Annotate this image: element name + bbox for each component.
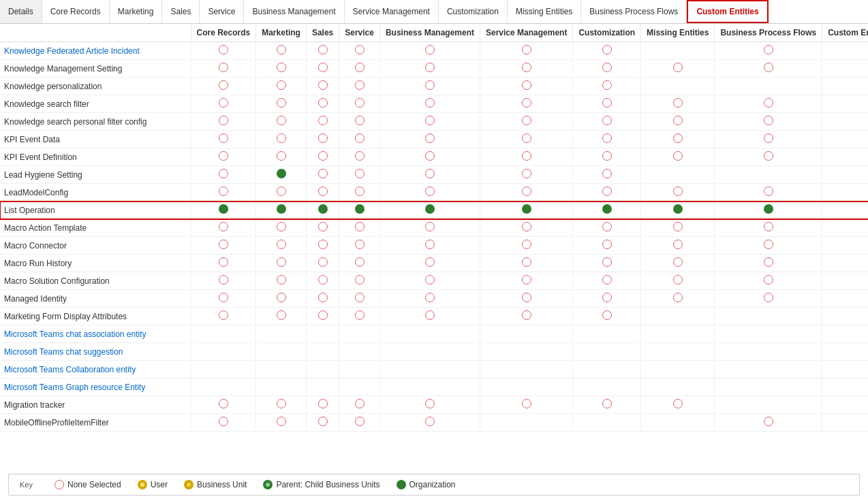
- table-row[interactable]: MobileOfflineProfileItemFilter: [0, 414, 868, 432]
- cell-7-4: [379, 166, 480, 184]
- cell-16-7: [641, 325, 715, 343]
- cell-14-2: [306, 290, 339, 308]
- tab-sales[interactable]: Sales: [162, 0, 200, 23]
- cell-8-1: [256, 184, 307, 201]
- cell-6-5: [480, 148, 573, 166]
- cell-6-0: [191, 148, 256, 166]
- table-row[interactable]: Knowledge Management Setting: [0, 60, 868, 78]
- cell-13-6: [573, 272, 641, 290]
- cell-11-0: [191, 237, 256, 255]
- table-row[interactable]: Managed Identity: [0, 290, 868, 308]
- cell-15-6: [573, 308, 641, 325]
- cell-10-7: [641, 219, 715, 237]
- cell-3-0: [191, 95, 256, 113]
- cell-17-0: [191, 343, 256, 361]
- cell-12-3: [339, 255, 380, 272]
- cell-16-8: [715, 325, 822, 343]
- cell-10-4: [379, 219, 480, 237]
- table-row[interactable]: Knowledge search personal filter config: [0, 113, 868, 131]
- cell-4-2: [306, 113, 339, 131]
- cell-7-2: [306, 166, 339, 184]
- table-row[interactable]: Macro Solution Configuration: [0, 272, 868, 290]
- cell-8-6: [573, 184, 641, 201]
- table-row[interactable]: Knowledge personalization: [0, 78, 868, 95]
- cell-4-4: [379, 113, 480, 131]
- cell-1-8: [715, 60, 822, 78]
- cell-17-3: [339, 343, 380, 361]
- table-row[interactable]: Microsoft Teams Collaboration entity: [0, 361, 868, 378]
- tab-custom-entities[interactable]: Custom Entities: [687, 0, 768, 23]
- cell-5-8: [715, 131, 822, 148]
- row-name: LeadModelConfig: [0, 184, 191, 201]
- cell-1-2: [306, 60, 339, 78]
- cell-18-6: [573, 361, 641, 378]
- key-label-user: User: [151, 480, 168, 489]
- cell-3-8: [715, 95, 822, 113]
- cell-0-8: [715, 42, 822, 60]
- table-row[interactable]: Microsoft Teams Graph resource Entity: [0, 378, 868, 396]
- cell-13-3: [339, 272, 380, 290]
- cell-5-7: [641, 131, 715, 148]
- table-row[interactable]: Macro Connector: [0, 237, 868, 255]
- cell-14-8: [715, 290, 822, 308]
- tab-customization[interactable]: Customization: [439, 0, 508, 23]
- tab-business-process-flows[interactable]: Business Process Flows: [581, 0, 687, 23]
- table-row[interactable]: KPI Event Data: [0, 131, 868, 148]
- table-row[interactable]: Macro Action Template: [0, 219, 868, 237]
- cell-11-5: [480, 237, 573, 255]
- cell-18-3: [339, 361, 380, 378]
- key-section: Key None SelectedUserBusiness UnitParent…: [8, 474, 860, 496]
- cell-2-8: [715, 78, 822, 95]
- cell-0-5: [480, 42, 573, 60]
- cell-20-1: [256, 396, 307, 414]
- cell-15-8: [715, 308, 822, 325]
- table-row[interactable]: Migration tracker: [0, 396, 868, 414]
- tab-core-records[interactable]: Core Records: [42, 0, 110, 23]
- table-wrapper[interactable]: Core RecordsMarketingSalesServiceBusines…: [0, 24, 868, 468]
- row-name: Knowledge personalization: [0, 78, 191, 95]
- cell-12-2: [306, 255, 339, 272]
- cell-6-7: [641, 148, 715, 166]
- cell-5-5: [480, 131, 573, 148]
- table-row[interactable]: Knowledge Federated Article Incident: [0, 42, 868, 60]
- cell-0-2: [306, 42, 339, 60]
- cell-19-3: [339, 378, 380, 396]
- cell-11-8: [715, 237, 822, 255]
- cell-5-6: [573, 131, 641, 148]
- cell-6-4: [379, 148, 480, 166]
- table-row[interactable]: Microsoft Teams chat association entity: [0, 325, 868, 343]
- cell-2-0: [191, 78, 256, 95]
- tab-business-management[interactable]: Business Management: [244, 0, 344, 23]
- tab-missing-entities[interactable]: Missing Entities: [508, 0, 581, 23]
- cell-1-0: [191, 60, 256, 78]
- cell-16-4: [379, 325, 480, 343]
- table-row[interactable]: LeadModelConfig: [0, 184, 868, 201]
- cell-12-1: [256, 255, 307, 272]
- cell-5-2: [306, 131, 339, 148]
- cell-18-0: [191, 361, 256, 378]
- cell-4-7: [641, 113, 715, 131]
- tab-service-management[interactable]: Service Management: [345, 0, 439, 23]
- tab-service[interactable]: Service: [200, 0, 244, 23]
- table-row[interactable]: List Operation: [0, 201, 868, 219]
- row-name: KPI Event Definition: [0, 148, 191, 166]
- table-row[interactable]: Lead Hygiene Setting: [0, 166, 868, 184]
- cell-7-6: [573, 166, 641, 184]
- cell-14-6: [573, 290, 641, 308]
- cell-13-8: [715, 272, 822, 290]
- cell-7-8: [715, 166, 822, 184]
- table-row[interactable]: Marketing Form Display Attributes: [0, 308, 868, 325]
- key-item-user: User: [138, 480, 168, 489]
- table-row[interactable]: Microsoft Teams chat suggestion: [0, 343, 868, 361]
- table-row[interactable]: Macro Run History: [0, 255, 868, 272]
- table-row[interactable]: Knowledge search filter: [0, 95, 868, 113]
- tab-details[interactable]: Details: [0, 0, 42, 23]
- cell-8-3: [339, 184, 380, 201]
- table-row[interactable]: KPI Event Definition: [0, 148, 868, 166]
- cell-3-5: [480, 95, 573, 113]
- tab-marketing[interactable]: Marketing: [110, 0, 163, 23]
- row-name: List Operation: [0, 201, 191, 219]
- cell-7-3: [339, 166, 380, 184]
- col-header-3: Sales: [306, 24, 339, 42]
- cell-7-1: [256, 166, 307, 184]
